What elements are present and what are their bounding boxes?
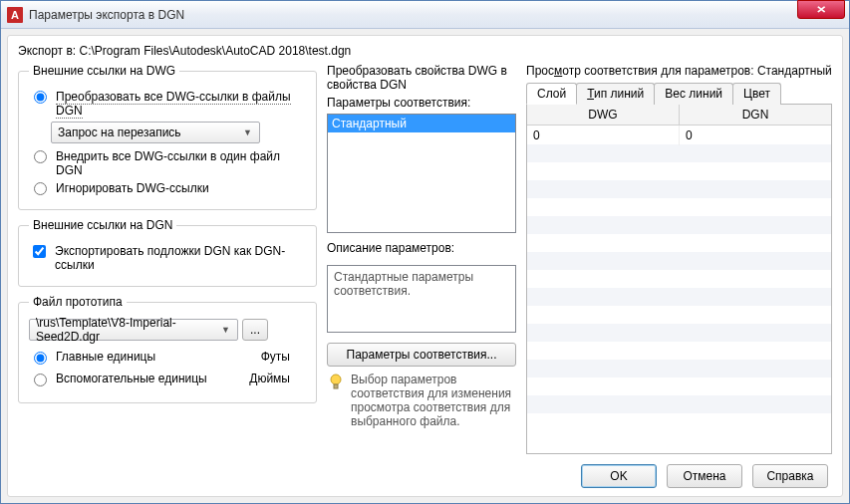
svg-rect-1: [334, 384, 338, 388]
mapping-grid[interactable]: DWG DGN 0 0: [526, 105, 832, 454]
dialog-footer: OK Отмена Справка: [18, 454, 832, 488]
radio-master-units-label: Главные единицы: [56, 350, 155, 364]
tab-layer[interactable]: Слой: [526, 83, 577, 105]
radio-master-units[interactable]: [34, 352, 47, 365]
help-button-label: Справка: [766, 469, 813, 483]
seed-file-combo[interactable]: \rus\Template\V8-Imperial-Seed2D.dgr ▼: [29, 319, 238, 341]
radio-ignore-dwg-label: Игнорировать DWG-ссылки: [56, 181, 209, 195]
mapping-params-label: Параметры соответствия:: [327, 96, 516, 110]
col-dwg[interactable]: DWG: [527, 105, 680, 125]
translate-section-label: Преобразовать свойства DWG в свойства DG…: [327, 64, 516, 92]
group-dgn-xrefs: Внешние ссылки на DGN Экспортировать под…: [18, 218, 317, 287]
group-dwg-xrefs: Внешние ссылки на DWG Преобразовать все …: [18, 64, 317, 210]
chk-export-dgn-underlays[interactable]: [33, 245, 46, 258]
ok-button-label: OK: [610, 469, 627, 483]
mapping-setups-button-label: Параметры соответствия...: [347, 348, 497, 362]
group-seed-file: Файл прототипа \rus\Template\V8-Imperial…: [18, 295, 317, 403]
cell-dwg: 0: [527, 126, 680, 145]
mapping-desc-label: Описание параметров:: [327, 241, 516, 255]
mapping-desc-text: Стандартные параметры соответствия.: [327, 265, 516, 333]
dialog-window: A Параметры экспорта в DGN ✕ Экспорт в: …: [0, 0, 850, 504]
export-path-prefix: Экспорт в:: [18, 44, 79, 58]
master-units-value: Футы: [261, 350, 290, 364]
radio-bind-dwg[interactable]: [34, 150, 47, 163]
browse-seed-button[interactable]: ...: [242, 319, 268, 341]
svg-point-0: [331, 375, 341, 384]
group-dgn-xrefs-legend: Внешние ссылки на DGN: [29, 218, 176, 232]
help-button[interactable]: Справка: [752, 464, 828, 488]
export-path-line: Экспорт в: C:\Program Files\Autodesk\Aut…: [18, 44, 832, 58]
radio-sub-units[interactable]: [34, 374, 47, 386]
tab-color-label: Цвет: [743, 87, 770, 101]
overwrite-prompt-combo[interactable]: Запрос на перезапись ▼: [51, 122, 260, 143]
lightbulb-icon: [327, 373, 345, 428]
tab-layer-label: Слой: [537, 87, 566, 101]
dialog-body: Экспорт в: C:\Program Files\Autodesk\Aut…: [7, 35, 843, 497]
close-icon: ✕: [816, 4, 826, 15]
export-path-value: C:\Program Files\Autodesk\AutoCAD 2018\t…: [79, 44, 351, 58]
mapping-setups-list[interactable]: Стандартный: [327, 114, 516, 233]
radio-bind-dwg-label: Внедрить все DWG-ссылки в один файл DGN: [56, 149, 306, 177]
chevron-down-icon: ▼: [218, 325, 233, 335]
col-dgn[interactable]: DGN: [680, 105, 831, 125]
preview-tabs: Слой Тип линий Вес линий Цвет: [526, 82, 832, 105]
group-dwg-xrefs-legend: Внешние ссылки на DWG: [29, 64, 179, 78]
titlebar[interactable]: A Параметры экспорта в DGN ✕: [1, 1, 849, 29]
cell-dgn: 0: [680, 126, 831, 145]
chevron-down-icon: ▼: [240, 127, 255, 137]
chk-export-dgn-underlays-label: Экспортировать подложки DGN как DGN-ссыл…: [55, 244, 294, 272]
window-title: Параметры экспорта в DGN: [29, 8, 797, 22]
grid-header: DWG DGN: [527, 105, 831, 126]
close-button[interactable]: ✕: [797, 0, 845, 19]
radio-sub-units-label: Вспомогательные единицы: [56, 372, 207, 385]
list-item[interactable]: Стандартный: [328, 115, 515, 132]
hint-row: Выбор параметров соответствия для измене…: [327, 373, 516, 428]
tab-color[interactable]: Цвет: [732, 83, 781, 105]
radio-translate-dwg-label: Преобразовать все DWG-ссылки в файлы DGN: [56, 90, 306, 118]
hint-text: Выбор параметров соответствия для измене…: [351, 373, 516, 428]
seed-file-value: \rus\Template\V8-Imperial-Seed2D.dgr: [36, 316, 218, 344]
app-icon: A: [7, 7, 23, 23]
cancel-button-label: Отмена: [683, 469, 725, 483]
table-row[interactable]: 0 0: [527, 126, 831, 145]
mapping-setups-button[interactable]: Параметры соответствия...: [327, 343, 516, 367]
cancel-button[interactable]: Отмена: [667, 464, 742, 488]
overwrite-prompt-value: Запрос на перезапись: [58, 126, 181, 139]
tab-lineweight-label: Вес линий: [665, 87, 722, 101]
ellipsis-icon: ...: [250, 323, 260, 337]
tab-linetype[interactable]: Тип линий: [576, 83, 655, 105]
tab-lineweight[interactable]: Вес линий: [654, 83, 733, 105]
radio-ignore-dwg[interactable]: [34, 182, 47, 195]
preview-label: Просмотр соответствия для параметров: Ст…: [526, 64, 832, 78]
group-seed-file-legend: Файл прототипа: [29, 295, 127, 309]
sub-units-value: Дюймы: [249, 372, 290, 385]
ok-button[interactable]: OK: [581, 464, 657, 488]
radio-translate-dwg[interactable]: [34, 91, 47, 104]
